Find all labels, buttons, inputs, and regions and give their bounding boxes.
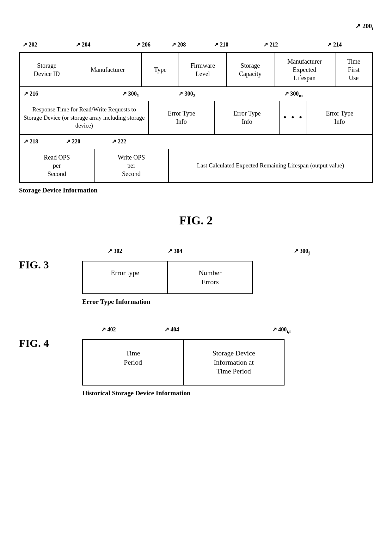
ref-222: ↗ 222 — [112, 138, 126, 145]
fig2-row2: Response Time for Read/Write Requests to… — [20, 101, 372, 135]
cell-time-first-use: TimeFirstUse — [335, 53, 372, 86]
cell-manufacturer-lifespan: ManufacturerExpectedLifespan — [274, 53, 335, 86]
fig3-ref-302: ↗ 302 — [107, 248, 122, 254]
ref-208: ↗ 208 — [171, 41, 186, 48]
fig3-refs: ↗ 300j ↗ 302 ↗ 304 — [82, 246, 373, 261]
fig4-ref-400it: ↗ 400i,t — [272, 326, 291, 334]
fig2-row3: Read OPSperSecond Write OPSperSecond Las… — [20, 149, 372, 182]
ref-214: ↗ 214 — [327, 41, 342, 48]
fig2-row1: Storage Device ID Manufacturer Type Firm… — [20, 53, 372, 87]
cell-write-ops: Write OPSperSecond — [95, 149, 169, 182]
ref-300-1: ↗ 3001 — [122, 90, 139, 98]
row1-refs: ↗ 202 ↗ 204 ↗ 206 ↗ 208 ↗ 210 ↗ 212 ↗ 21… — [19, 38, 373, 52]
cell-error-type-info-1: Error TypeInfo — [149, 101, 214, 134]
cell-storage-capacity: StorageCapacity — [227, 53, 274, 86]
fig3-ref-300j: ↗ 300j — [294, 248, 310, 256]
ref-206: ↗ 206 — [136, 41, 151, 48]
ref-300-2: ↗ 3002 — [178, 90, 195, 98]
cell-manufacturer: Manufacturer — [74, 53, 142, 86]
fig3-label: FIG. 3 — [19, 259, 70, 271]
fig4-table: TimePeriod Storage DeviceInformation atT… — [82, 339, 285, 386]
cell-firmware-level: FirmwareLevel — [179, 53, 227, 86]
ref-202: ↗ 202 — [22, 41, 37, 48]
cell-error-type-info-m: Error TypeInfo — [307, 101, 372, 134]
fig2-table: Storage Device ID Manufacturer Type Firm… — [19, 52, 373, 183]
ref-212: ↗ 212 — [263, 41, 278, 48]
fig3-ref-304: ↗ 304 — [168, 248, 182, 254]
fig4-sub-label: Historical Storage Device Information — [82, 389, 373, 397]
fig3-table: Error type NumberErrors — [82, 261, 253, 294]
ref-210: ↗ 210 — [214, 41, 229, 48]
ref-300-m: ↗ 300m — [284, 90, 303, 98]
fig3-content: ↗ 300j ↗ 302 ↗ 304 Error type NumberErro… — [82, 246, 373, 306]
fig4-ref-404: ↗ 404 — [164, 326, 179, 333]
fig3-cell-number-errors: NumberErrors — [168, 261, 252, 293]
fig2-title: FIG. 2 — [19, 213, 373, 227]
fig3-section: FIG. 3 ↗ 300j ↗ 302 ↗ 304 Error type Num… — [19, 246, 373, 306]
fig4-refs: ↗ 400i,t ↗ 402 ↗ 404 — [82, 325, 373, 339]
cell-response-time: Response Time for Read/Write Requests to… — [20, 101, 149, 134]
cell-last-calculated: Last Calculated Expected Remaining Lifes… — [169, 149, 372, 182]
cell-type: Type — [142, 53, 179, 86]
fig2-table-label: Storage Device Information — [19, 186, 373, 194]
fig4-section: FIG. 4 ↗ 400i,t ↗ 402 ↗ 404 TimePeriod S… — [19, 325, 373, 397]
ref-204: ↗ 204 — [76, 41, 90, 48]
fig4-table-wrapper: TimePeriod Storage DeviceInformation atT… — [82, 339, 373, 397]
fig3-cell-error-type: Error type — [83, 261, 168, 293]
ref-216: ↗ 216 — [23, 90, 38, 97]
cell-read-ops: Read OPSperSecond — [20, 149, 95, 182]
cell-dots: • • • — [280, 101, 306, 134]
cell-storage-device-id: Storage Device ID — [20, 53, 74, 86]
fig4-cell-time-period: TimePeriod — [83, 340, 184, 385]
row3-refs: ↗ 218 ↗ 220 ↗ 222 — [20, 135, 372, 149]
fig4-label: FIG. 4 — [19, 337, 70, 349]
row2-refs: ↗ 216 ↗ 3001 ↗ 3002 ↗ 300m — [20, 87, 372, 101]
ref-218: ↗ 218 — [23, 138, 38, 145]
fig3-sub-label: Error Type Information — [82, 298, 373, 306]
fig4-ref-402: ↗ 402 — [101, 326, 116, 333]
fig2-main-ref: ↗ 200i — [355, 22, 373, 31]
fig3-table-wrapper: Error type NumberErrors Error Type Infor… — [82, 261, 373, 306]
ref-220: ↗ 220 — [66, 138, 81, 145]
cell-error-type-info-2: Error TypeInfo — [215, 101, 280, 134]
fig4-content: ↗ 400i,t ↗ 402 ↗ 404 TimePeriod Storage … — [82, 325, 373, 397]
fig4-cell-storage-device-info: Storage DeviceInformation atTime Period — [184, 340, 284, 385]
